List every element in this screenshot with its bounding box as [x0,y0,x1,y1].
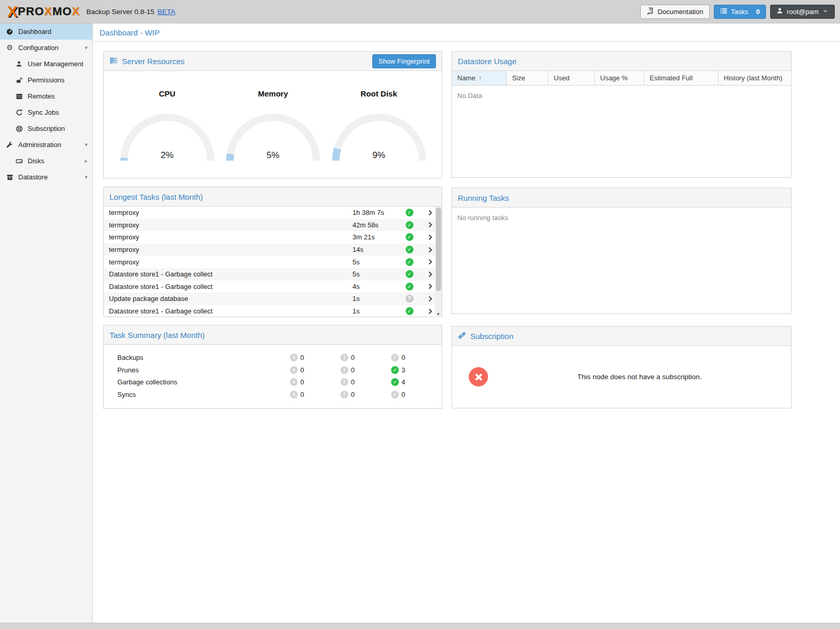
panel-title: Server Resources [122,57,185,66]
sidebar-item-user-management[interactable]: User Management [0,56,92,72]
page-title-bar: Dashboard - WIP [93,23,840,42]
panel-title: Task Summary (last Month) [109,331,205,340]
task-row[interactable]: Datastore store1 - Garbage collect 1s ✓ [104,305,442,317]
user-menu-button[interactable]: root@pam [770,5,835,19]
subscription-panel: Subscription This node does not have a s… [452,326,792,408]
task-row[interactable]: termproxy 1h 38m 7s ✓ [104,207,442,219]
ok-status-icon: ✓ [406,283,413,291]
sidebar-item-label: Dashboard [18,28,52,35]
scroll-down-button[interactable]: ▾ [435,310,442,317]
list-scrollbar: ▾ [435,207,442,317]
summary-row-backups: Backups ×0 !0 ✓0 [104,352,442,364]
sidebar-item-configuration[interactable]: ⚙ Configuration ▾ [0,40,92,56]
sidebar-item-administration[interactable]: Administration ▾ [0,137,92,153]
life-ring-icon [15,125,23,132]
expander-down-icon[interactable]: ▾ [84,44,88,51]
sidebar-item-label: Sync Jobs [28,108,59,116]
ok-status-icon: ✓ [406,246,413,253]
sidebar-item-label: Remotes [28,92,55,100]
archive-icon [5,174,14,181]
task-row[interactable]: termproxy 3m 21s ✓ [104,231,442,244]
summary-row-syncs: Syncs ×0 !0 ✓0 [104,389,442,401]
task-row[interactable]: Update package database 1s ? [104,293,442,305]
gauges-row: CPU 2% Memory [104,71,442,163]
task-row[interactable]: Datastore store1 - Garbage collect 4s ✓ [104,281,442,293]
subscription-message: This node does not have a subscription. [488,373,791,381]
tasks-button[interactable]: Tasks 0 [714,5,766,19]
task-row[interactable]: termproxy 5s ✓ [104,256,442,268]
sidebar-item-dashboard[interactable]: Dashboard [0,23,92,40]
logo-wordmark: PROXMOX [18,5,80,18]
panel-title: Datastore Usage [458,57,517,66]
column-header-usage[interactable]: Usage % [595,71,644,85]
warning-count-icon: ! [340,366,348,374]
task-row[interactable]: Datastore store1 - Garbage collect 5s ✓ [104,268,442,281]
sidebar-item-datastore[interactable]: Datastore ▾ [0,169,92,185]
logo-x-mark-icon: X [7,4,17,19]
unlock-icon [15,77,23,84]
beta-link[interactable]: BETA [157,8,175,16]
datastore-usage-panel: Datastore Usage Name ↑ Size Used Usage %… [452,51,792,178]
sidebar-item-label: Configuration [18,44,58,52]
no-running-tasks-text: No running tasks [452,208,791,228]
ok-count-icon: ✓ [391,354,399,361]
error-count-icon: × [290,354,298,361]
column-header-name[interactable]: Name ↑ [452,71,507,85]
cpu-gauge: CPU 2% [114,71,220,163]
server-icon [15,93,23,100]
ok-status-icon: ✓ [406,221,413,229]
ok-status-icon: ✓ [406,307,413,315]
sidebar-item-disks[interactable]: Disks ▸ [0,153,92,169]
root-disk-gauge: Root Disk 9% [326,71,432,163]
page-title: Dashboard - WIP [100,28,160,37]
column-header-used[interactable]: Used [549,71,595,85]
expander-down-icon[interactable]: ▾ [84,141,88,148]
ok-count-icon: ✓ [391,378,399,386]
expander-down-icon[interactable]: ▾ [84,174,88,180]
sidebar-item-permissions[interactable]: Permissions [0,72,92,88]
show-fingerprint-button[interactable]: Show Fingerprint [372,54,436,68]
top-header-bar: X PROXMOX Backup Server 0.8-15 BETA Docu… [0,0,840,23]
sort-ascending-icon: ↑ [479,75,482,82]
column-header-size[interactable]: Size [507,71,549,85]
resource-bars-icon [109,56,118,66]
sidebar-item-sync-jobs[interactable]: Sync Jobs [0,104,92,120]
sidebar-nav: Dashboard ⚙ Configuration ▾ User Managem… [0,23,93,623]
column-header-estimated-full[interactable]: Estimated Full [644,71,719,85]
root-disk-gauge-value: 9% [331,150,428,161]
task-list-icon [720,7,727,16]
task-summary-panel: Task Summary (last Month) Backups ×0 !0 … [103,325,442,409]
tasks-count-badge: 0 [756,8,760,16]
horizontal-scrollbar[interactable] [0,623,840,629]
error-count-icon: × [290,366,298,374]
task-row[interactable]: termproxy 14s ✓ [104,244,442,256]
ok-status-icon: ✓ [406,233,413,241]
sidebar-item-label: Datastore [18,173,47,181]
expander-right-icon[interactable]: ▸ [84,158,88,164]
column-header-history[interactable]: History (last Month) [719,71,791,85]
summary-row-prunes: Prunes ×0 !0 ✓3 [104,364,442,377]
sidebar-item-subscription[interactable]: Subscription [0,120,92,137]
scrollbar-thumb[interactable] [436,208,441,291]
error-count-icon: × [290,391,298,398]
warning-count-icon: ! [340,391,348,398]
documentation-button[interactable]: Documentation [640,5,709,19]
ok-count-icon: ✓ [391,391,399,398]
server-resources-panel: Server Resources Show Fingerprint CPU 2% [103,51,442,178]
hdd-icon [15,158,23,165]
sidebar-item-label: Subscription [28,125,65,132]
product-subtitle: Backup Server 0.8-15 [87,8,155,16]
user-icon [15,61,23,67]
longest-tasks-panel: Longest Tasks (last Month) termproxy 1h … [103,187,442,317]
ok-status-icon: ✓ [406,209,413,216]
ok-count-icon: ✓ [391,366,399,374]
panel-title: Subscription [470,332,514,341]
sidebar-item-remotes[interactable]: Remotes [0,88,92,104]
task-row[interactable]: termproxy 42m 58s ✓ [104,219,442,232]
memory-gauge-value: 5% [225,150,322,161]
ok-status-icon: ✓ [406,258,413,266]
main-area: Dashboard - WIP Server Resources Show Fi… [93,23,840,623]
wrench-icon [5,141,14,149]
table-header-row: Name ↑ Size Used Usage % Estimated Full … [452,71,791,86]
running-tasks-panel: Running Tasks No running tasks [452,188,792,314]
